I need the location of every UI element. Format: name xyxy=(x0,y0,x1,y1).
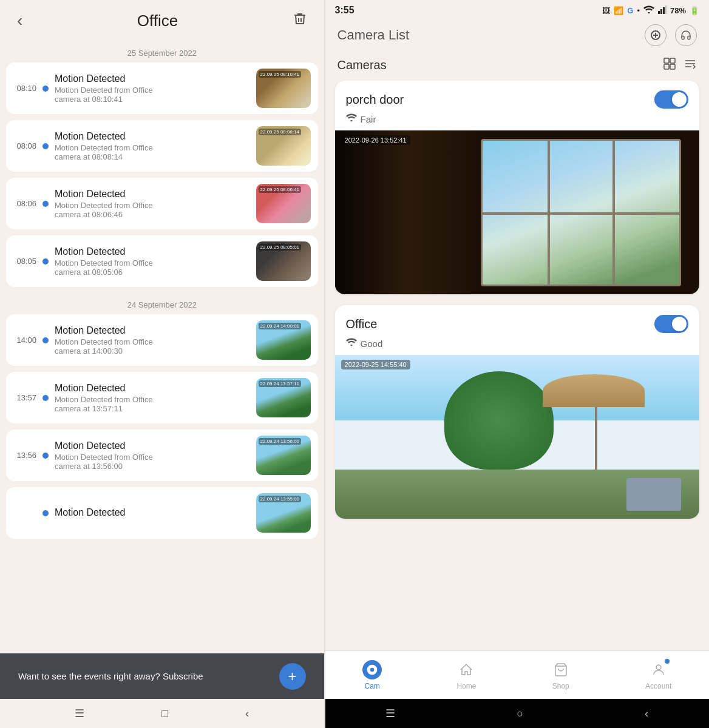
account-icon xyxy=(649,660,668,679)
status-bar: 3:55 🖼 📶 G • 78% 🔋 xyxy=(325,0,709,18)
android-home-button[interactable]: □ xyxy=(161,707,168,720)
event-desc: Motion Detected from Office camera at 13… xyxy=(55,395,250,413)
cameras-section-header: Cameras xyxy=(325,52,709,81)
support-button[interactable] xyxy=(675,24,697,46)
event-item[interactable]: 08:05 Motion Detected Motion Detected fr… xyxy=(6,235,318,287)
event-text: Motion Detected Motion Detected from Off… xyxy=(55,189,250,219)
event-thumbnail[interactable]: 22.09.25 08:10:41 xyxy=(256,69,311,108)
event-thumbnail[interactable]: 22.09.24 13:55:00 xyxy=(256,493,311,533)
event-item[interactable]: 13:56 Motion Detected Motion Detected fr… xyxy=(6,430,318,481)
event-dot xyxy=(42,201,49,207)
office-camera-name: Office xyxy=(346,317,378,331)
office-toggle[interactable] xyxy=(654,315,688,333)
android-menu-right[interactable]: ☰ xyxy=(385,707,395,720)
signal-icon xyxy=(658,5,667,16)
porch-camera-preview[interactable]: 2022-09-26 13:52:41 xyxy=(335,130,699,294)
cameras-controls xyxy=(663,57,697,73)
porch-wifi-icon xyxy=(346,113,357,124)
thumb-timestamp: 22.09.24 13:57:11 xyxy=(259,380,302,387)
event-item[interactable]: 13:57 Motion Detected Motion Detected fr… xyxy=(6,372,318,423)
cam-icon xyxy=(362,660,382,679)
thumb-timestamp: 22.09.24 14:00:01 xyxy=(259,323,302,329)
event-item[interactable]: 08:08 Motion Detected Motion Detected fr… xyxy=(6,120,318,172)
grid-view-icon[interactable] xyxy=(663,57,676,73)
event-time: 08:05 xyxy=(13,257,36,266)
porch-curtain xyxy=(335,130,481,294)
nav-item-shop[interactable]: Shop xyxy=(551,660,571,690)
shop-icon xyxy=(551,660,571,679)
svg-point-17 xyxy=(656,665,661,670)
porch-toggle[interactable] xyxy=(654,90,688,109)
nav-item-home[interactable]: Home xyxy=(456,660,476,690)
date-label-1: 25 September 2022 xyxy=(6,41,318,62)
office-signal-label: Good xyxy=(361,339,383,349)
event-dot xyxy=(42,86,49,92)
event-time: 14:00 xyxy=(13,335,36,345)
nav-item-cam[interactable]: Cam xyxy=(362,660,382,690)
left-header: ‹ Office xyxy=(0,0,324,41)
add-camera-button[interactable] xyxy=(645,24,667,46)
right-header-icons xyxy=(645,24,697,46)
event-time: 13:57 xyxy=(13,393,36,402)
office-tree xyxy=(444,371,554,470)
android-nav-left: ☰ □ ‹ xyxy=(0,699,324,728)
account-notification-dot xyxy=(665,659,670,664)
event-title: Motion Detected xyxy=(55,507,250,518)
event-item[interactable]: 14:00 Motion Detected Motion Detected fr… xyxy=(6,314,318,366)
home-label: Home xyxy=(456,682,476,690)
svg-rect-10 xyxy=(670,64,675,69)
camera-card-porch[interactable]: porch door Fair xyxy=(335,81,699,294)
events-list: 25 September 2022 08:10 Motion Detected … xyxy=(0,41,324,728)
android-back-right[interactable]: ‹ xyxy=(645,707,648,720)
svg-point-15 xyxy=(370,667,375,672)
back-button[interactable]: ‹ xyxy=(12,8,27,33)
event-thumbnail[interactable]: 22.09.24 13:56:00 xyxy=(256,436,311,475)
porch-card-header: porch door xyxy=(335,81,699,113)
wifi-status-icon xyxy=(643,5,654,16)
delete-button[interactable] xyxy=(288,9,312,32)
cam-label: Cam xyxy=(365,682,380,690)
event-text: Motion Detected Motion Detected from Off… xyxy=(55,131,250,161)
android-home-right[interactable]: ○ xyxy=(517,707,523,720)
right-header: Camera List xyxy=(325,18,709,52)
event-title: Motion Detected xyxy=(55,383,250,394)
subscribe-add-button[interactable]: + xyxy=(279,663,306,690)
office-camera-preview[interactable]: 2022-09-25 14:55:40 xyxy=(335,355,699,519)
page-title: Office xyxy=(137,12,178,30)
event-dot xyxy=(42,395,49,401)
event-item[interactable]: 08:10 Motion Detected Motion Detected fr… xyxy=(6,62,318,114)
sort-icon[interactable] xyxy=(684,57,697,73)
window-divider-h xyxy=(483,212,679,215)
event-thumbnail[interactable]: 22.09.25 08:08:14 xyxy=(256,126,311,166)
nav-item-account[interactable]: Account xyxy=(645,660,671,690)
office-chair xyxy=(626,478,681,511)
event-desc: Motion Detected from Office camera at 08… xyxy=(55,201,250,219)
thumb-timestamp: 22.09.25 08:08:14 xyxy=(259,129,302,135)
event-thumbnail[interactable]: 22.09.25 08:05:01 xyxy=(256,241,311,281)
sim-icon: 📶 xyxy=(614,6,623,15)
thumb-timestamp: 22.09.25 08:06:41 xyxy=(259,186,302,193)
event-text: Motion Detected Motion Detected from Off… xyxy=(55,440,250,471)
event-text: Motion Detected xyxy=(55,507,250,519)
event-desc: Motion Detected from Office camera at 08… xyxy=(55,143,250,161)
office-umbrella-top xyxy=(543,374,645,407)
office-wifi-icon xyxy=(346,338,357,349)
account-label: Account xyxy=(645,682,671,690)
event-dot xyxy=(42,510,49,516)
event-title: Motion Detected xyxy=(55,440,250,451)
dot-icon: • xyxy=(637,6,640,15)
android-back-button[interactable]: ‹ xyxy=(245,707,249,720)
event-item[interactable]: 08:06 Motion Detected Motion Detected fr… xyxy=(6,178,318,229)
event-thumbnail[interactable]: 22.09.24 13:57:11 xyxy=(256,378,311,417)
camera-card-office[interactable]: Office Good xyxy=(335,305,699,519)
porch-preview-timestamp: 2022-09-26 13:52:41 xyxy=(341,135,410,145)
porch-signal-label: Fair xyxy=(361,114,376,124)
event-thumbnail[interactable]: 22.09.25 08:06:41 xyxy=(256,184,311,223)
event-desc: Motion Detected from Office camera at 08… xyxy=(55,258,250,277)
android-menu-button[interactable]: ☰ xyxy=(75,707,84,720)
porch-camera-name: porch door xyxy=(346,93,404,107)
event-item[interactable]: Motion Detected 22.09.24 13:55:00 xyxy=(6,487,318,539)
svg-rect-0 xyxy=(658,11,660,14)
event-thumbnail[interactable]: 22.09.24 14:00:01 xyxy=(256,320,311,360)
event-desc: Motion Detected from Office camera at 08… xyxy=(55,86,250,104)
